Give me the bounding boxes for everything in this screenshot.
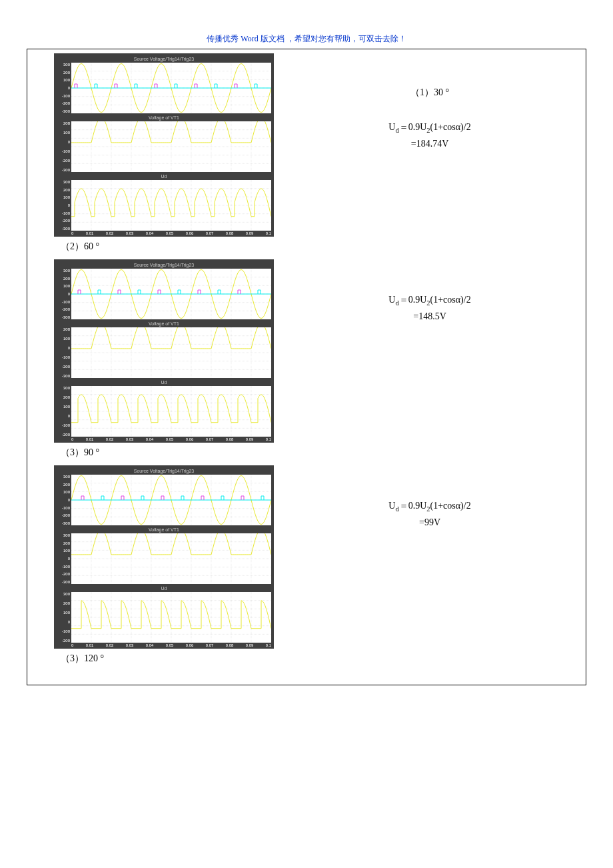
f60-tail: (1+cosα)/2 [430, 295, 471, 305]
text-30: （1）30 ° Ud＝0.9U2(1+cosα)/2 =184.74V [294, 53, 566, 151]
y-axis: 3002001000-100-200-300 [57, 269, 71, 319]
plot-area [71, 475, 271, 525]
y-tick: -200 [57, 639, 70, 643]
y-tick: 300 [57, 592, 70, 596]
x-tick: 0.06 [186, 643, 194, 647]
y-axis: 3002001000-100-200-300 [57, 475, 71, 525]
subplot-title: Ud [57, 173, 271, 180]
y-axis: 3002001000-100-200-300 [57, 180, 71, 231]
y-tick: -100 [57, 565, 70, 569]
y-tick: -100 [57, 506, 70, 510]
y-tick: -300 [57, 109, 70, 113]
x-tick: 0.01 [86, 643, 94, 647]
y-tick: -200 [57, 433, 70, 437]
subplot-title: Source Voltage/Trig14/Trig23 [57, 468, 271, 475]
x-tick: 0.01 [86, 437, 94, 441]
x-tick: 0.06 [186, 437, 194, 441]
subplot-title: Voltage of VT1 [57, 527, 271, 533]
case-30-label: （1）30 ° [410, 87, 449, 99]
x-tick: 0.02 [106, 437, 114, 441]
text-90: Ud＝0.9U2(1+cosα)/2 =99V [294, 465, 566, 530]
x-tick: 0.07 [206, 643, 214, 647]
y-tick: 200 [57, 395, 70, 399]
y-tick: 200 [57, 188, 70, 192]
y-axis: 3002001000-100-200 [57, 386, 71, 437]
plot-area [71, 386, 271, 437]
y-tick: 0 [57, 620, 70, 624]
y-tick: -100 [57, 629, 70, 633]
y-tick: 200 [57, 483, 70, 487]
x-tick: 0.03 [126, 643, 134, 647]
y-tick: -300 [57, 315, 70, 319]
y-tick: -200 [57, 513, 70, 517]
y-axis: 3002001000-100-200 [57, 592, 71, 643]
f90-tail: (1+cosα)/2 [430, 501, 471, 511]
x-tick: 0.07 [206, 437, 214, 441]
f30-main: ＝0.9U [399, 122, 427, 132]
y-tick: -200 [57, 159, 70, 163]
y-tick: 208 [57, 327, 70, 331]
y-tick: 100 [57, 131, 70, 135]
sym-U: U [388, 501, 395, 511]
x-tick: 0.02 [106, 643, 114, 647]
x-tick: 0.1 [266, 643, 271, 647]
formula-30: Ud＝0.9U2(1+cosα)/2 =184.74V [388, 120, 470, 151]
y-tick: 200 [57, 601, 70, 605]
subplot-title: Source Voltage/Trig14/Trig23 [57, 56, 271, 63]
case-30-row: Source Voltage/Trig14/Trig23 3002001000-… [47, 53, 566, 237]
x-axis: 00.010.020.030.040.050.060.070.080.090.1 [71, 231, 271, 235]
formula-90: Ud＝0.9U2(1+cosα)/2 =99V [388, 499, 470, 530]
plot-area [71, 327, 271, 378]
x-tick: 0.03 [126, 437, 134, 441]
x-tick: 0.04 [146, 437, 154, 441]
x-tick: 0.02 [106, 231, 114, 235]
x-axis: 00.010.020.030.040.050.060.070.080.090.1 [71, 643, 271, 647]
x-tick: 0.05 [166, 231, 174, 235]
text-60: Ud＝0.9U2(1+cosα)/2 =148.5V [294, 259, 566, 324]
f30-result: =184.74V [411, 139, 449, 149]
subplot-title: Voltage of VT1 [57, 321, 271, 327]
subplot-60-source: Source Voltage/Trig14/Trig23 3002001000-… [57, 262, 271, 319]
y-tick: 100 [57, 78, 70, 82]
x-tick: 0.08 [226, 231, 234, 235]
y-tick: -100 [57, 149, 70, 153]
x-tick: 0.1 [266, 437, 271, 441]
content-frame: Source Voltage/Trig14/Trig23 3002001000-… [27, 49, 586, 685]
y-tick: 0 [57, 86, 70, 90]
subplot-90-vt1: Voltage of VT1 3002001000-100-200-300 [57, 527, 271, 584]
y-tick: 0 [57, 557, 70, 561]
figure-60: Source Voltage/Trig14/Trig23 3002001000-… [47, 259, 294, 443]
x-tick: 0.03 [126, 231, 134, 235]
scope-90: Source Voltage/Trig14/Trig23 3002001000-… [54, 465, 274, 649]
subplot-title: Source Voltage/Trig14/Trig23 [57, 262, 271, 269]
y-tick: 300 [57, 475, 70, 479]
y-tick: 100 [57, 337, 70, 341]
f90-main: ＝0.9U [399, 501, 427, 511]
figure-30: Source Voltage/Trig14/Trig23 3002001000-… [47, 53, 294, 237]
y-tick: 200 [57, 277, 70, 281]
x-tick: 0 [71, 231, 73, 235]
formula-60: Ud＝0.9U2(1+cosα)/2 =148.5V [388, 293, 470, 324]
y-tick: 200 [57, 541, 70, 545]
y-tick: 100 [57, 611, 70, 615]
sym-U: U [388, 122, 395, 132]
y-tick: 100 [57, 490, 70, 494]
subplot-title: Ud [57, 379, 271, 386]
case-90-row: Source Voltage/Trig14/Trig23 3002001000-… [47, 465, 566, 649]
x-tick: 0 [71, 437, 73, 441]
y-tick: 208 [57, 121, 70, 125]
y-tick: 300 [57, 533, 70, 537]
x-axis: 00.010.020.030.040.050.060.070.080.090.1 [71, 437, 271, 441]
x-tick: 0 [71, 643, 73, 647]
y-tick: 300 [57, 386, 70, 390]
plot-area [71, 592, 271, 643]
plot-area [71, 63, 271, 113]
y-axis: 3002001000-100-200-300 [57, 63, 71, 113]
plot-area [71, 180, 271, 231]
y-tick: 300 [57, 269, 70, 273]
x-tick: 0.07 [206, 231, 214, 235]
y-tick: -100 [57, 211, 70, 215]
subplot-title: Ud [57, 585, 271, 592]
f90-result: =99V [419, 517, 440, 527]
y-tick: -300 [57, 521, 70, 525]
